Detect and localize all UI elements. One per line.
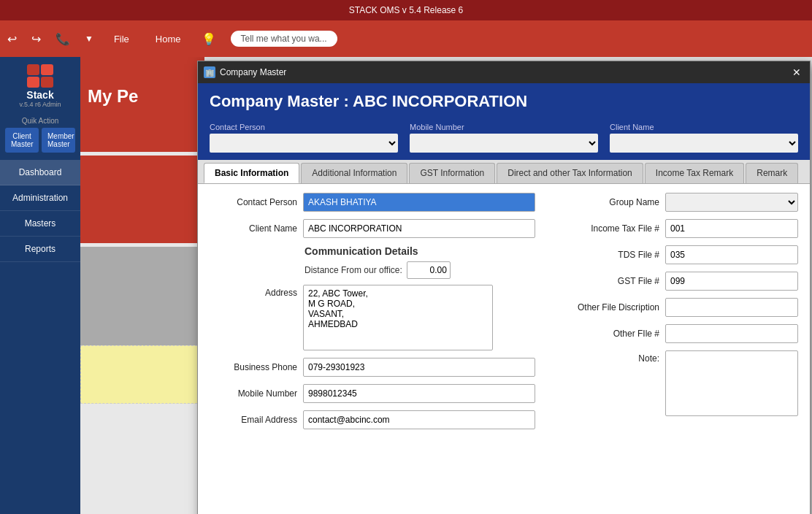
tabs-row: Basic Information Additional Information… <box>198 160 810 184</box>
tell-me-text: Tell me what you wa... <box>241 34 327 44</box>
header-dropdowns: Contact Person Mobile Number Client Name <box>198 120 810 160</box>
logo-sq-4 <box>41 77 53 88</box>
sidebar: Stack v.5.4 r6 Admin Quik Action ClientM… <box>0 57 80 514</box>
income-tax-file-label: Income Tax File # <box>550 223 659 234</box>
dialog-title-bar: 🏢 Company Master ✕ <box>198 61 810 83</box>
sidebar-logo: Stack v.5.4 r6 Admin <box>18 64 62 108</box>
header-dd-label-client: Client Name <box>610 123 798 131</box>
gst-file-group: GST File # <box>550 272 798 291</box>
other-file-input[interactable] <box>665 324 798 343</box>
other-file-desc-input[interactable] <box>665 298 798 317</box>
other-file-label: Other FIle # <box>550 329 659 339</box>
note-label: Note: <box>550 350 659 364</box>
email-input[interactable] <box>303 410 535 429</box>
lightbulb-icon: 💡 <box>202 32 216 46</box>
tds-file-label: TDS File # <box>550 250 659 260</box>
group-name-label: Group Name <box>550 197 659 207</box>
income-tax-file-group: Income Tax File # <box>550 219 798 238</box>
bg-block2: Flows for <box>80 156 204 243</box>
note-input[interactable] <box>665 350 798 416</box>
address-input[interactable]: 22, ABC Tower, M G ROAD, VASANT, AHMEDBA… <box>303 285 493 350</box>
client-master-button[interactable]: ClientMaster <box>5 128 39 153</box>
contact-person-label: Contact Person <box>210 197 297 207</box>
distance-row: Distance From our office: <box>304 261 535 279</box>
title-bar: STACK OMS v 5.4 Release 6 <box>0 0 812 20</box>
mobile-number-input[interactable] <box>303 384 535 403</box>
sidebar-action-btns: ClientMaster MemberMaster <box>5 128 75 153</box>
gst-file-label: GST File # <box>550 276 659 286</box>
group-name-select[interactable] <box>665 193 798 212</box>
tds-file-group: TDS File # <box>550 245 798 264</box>
dialog-main-title: Company Master : ABC INCORPORATION <box>210 92 798 111</box>
business-phone-label: Business Phone <box>210 362 297 372</box>
sidebar-item-masters[interactable]: Masters <box>0 211 80 237</box>
dialog-header: Company Master : ABC INCORPORATION <box>198 83 810 120</box>
business-phone-input[interactable] <box>303 358 535 377</box>
form-content: Contact Person Client Name Communication… <box>198 184 810 514</box>
form-left: Contact Person Client Name Communication… <box>210 193 535 437</box>
group-name-field-group: Group Name <box>550 193 798 212</box>
header-dd-label-contact: Contact Person <box>210 123 398 131</box>
client-name-input[interactable] <box>303 219 535 238</box>
address-group: Address 22, ABC Tower, M G ROAD, VASANT,… <box>210 285 535 350</box>
other-file-group: Other FIle # <box>550 324 798 343</box>
mobile-number-field-group: Mobile Number <box>210 384 535 403</box>
file-button[interactable]: File <box>108 31 135 47</box>
sidebar-nav: Dashboard Administration Masters Reports <box>0 160 80 262</box>
phone-icon: 📞 <box>55 32 70 46</box>
bg-yellow <box>80 345 204 404</box>
header-dd-group-contact: Contact Person <box>210 123 398 153</box>
tab-gst-information[interactable]: GST Information <box>409 163 495 183</box>
tell-me-box[interactable]: Tell me what you wa... <box>231 31 337 47</box>
contact-person-input[interactable] <box>303 193 535 212</box>
sidebar-item-reports[interactable]: Reports <box>0 237 80 262</box>
header-dd-label-mobile: Mobile Number <box>410 123 598 131</box>
comm-details-title: Communication Details <box>304 245 535 257</box>
sidebar-item-administration[interactable]: Administration <box>0 185 80 211</box>
header-dd-group-client: Client Name <box>610 123 798 153</box>
home-button[interactable]: Home <box>150 31 187 47</box>
tab-basic-information[interactable]: Basic Information <box>204 163 299 183</box>
bg-text1: My Pe <box>88 86 138 107</box>
bg-block1: My Pe <box>80 57 204 152</box>
mobile-number-label: Mobile Number <box>210 388 297 399</box>
dialog-title-text: Company Master <box>220 67 286 77</box>
distance-input[interactable] <box>407 261 451 279</box>
quik-action-label: Quik Action <box>0 117 80 125</box>
tds-file-input[interactable] <box>665 245 798 264</box>
dialog-title-left: 🏢 Company Master <box>204 66 286 78</box>
client-name-field-group: Client Name <box>210 219 535 238</box>
app-title: STACK OMS v 5.4 Release 6 <box>349 5 464 15</box>
sidebar-item-dashboard[interactable]: Dashboard <box>0 160 80 185</box>
income-tax-file-input[interactable] <box>665 219 798 238</box>
client-name-label: Client Name <box>210 223 297 234</box>
email-label: Email Address <box>210 415 297 425</box>
dialog-close-button[interactable]: ✕ <box>789 65 804 80</box>
tab-income-tax-remark[interactable]: Income Tax Remark <box>645 163 744 183</box>
logo-sq-3 <box>27 77 39 88</box>
tab-direct-tax[interactable]: Direct and other Tax Information <box>497 163 643 183</box>
tab-additional-information[interactable]: Additional Information <box>301 163 407 183</box>
logo-text: Stack <box>26 89 53 101</box>
logo-sq-2 <box>41 64 53 75</box>
undo-icon[interactable]: ↩ <box>7 32 17 46</box>
client-name-select[interactable] <box>610 134 798 153</box>
gst-file-input[interactable] <box>665 272 798 291</box>
contact-person-select[interactable] <box>210 134 398 153</box>
member-master-button[interactable]: MemberMaster <box>42 128 75 153</box>
other-file-desc-group: Other File Discription <box>550 298 798 317</box>
dialog-icon: 🏢 <box>204 66 215 78</box>
app-bar: ↩ ↪ 📞 ▼ File Home 💡 Tell me what you wa.… <box>0 20 812 57</box>
mobile-number-select[interactable] <box>410 134 598 153</box>
email-field-group: Email Address <box>210 410 535 429</box>
tab-remark[interactable]: Remark <box>746 163 798 183</box>
distance-label: Distance From our office: <box>304 265 402 275</box>
company-master-dialog: 🏢 Company Master ✕ Company Master : ABC … <box>197 61 811 514</box>
dropdown-icon[interactable]: ▼ <box>85 34 93 44</box>
redo-icon[interactable]: ↪ <box>31 32 41 46</box>
form-right: Group Name Income Tax File # TDS File # <box>550 193 798 423</box>
form-row-main: Contact Person Client Name Communication… <box>210 193 798 437</box>
contact-person-field-group: Contact Person <box>210 193 535 212</box>
logo-squares <box>27 64 53 88</box>
note-group: Note: <box>550 350 798 416</box>
